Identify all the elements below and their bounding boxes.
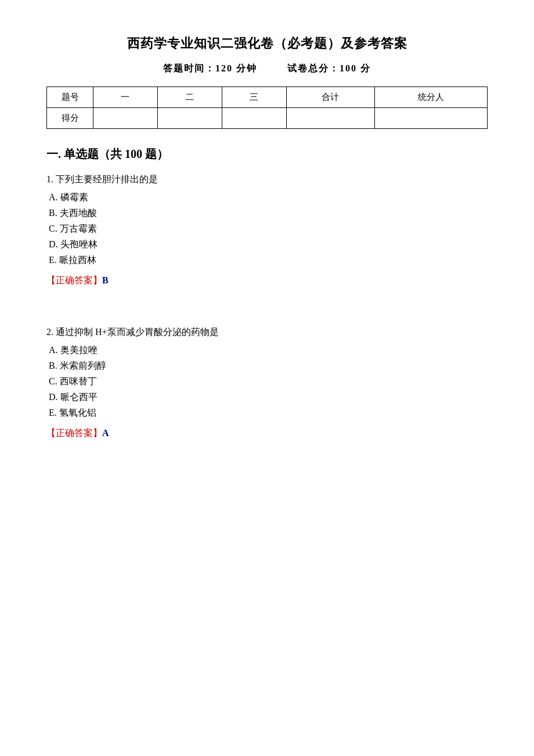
question-1-option-c: C. 万古霉素 (49, 223, 488, 235)
question-1-option-a: A. 磷霉素 (49, 192, 488, 204)
question-1-number: 1. (46, 174, 53, 184)
question-2-content: 通过抑制 H+泵而减少胃酸分泌的药物是 (56, 327, 219, 337)
score-cell-1 (93, 108, 158, 129)
question-2-option-c: C. 西咪替丁 (49, 376, 488, 388)
question-1-answer: 【正确答案】B (46, 275, 488, 287)
score-cell-grader (374, 108, 487, 129)
question-2-option-a: A. 奥美拉唑 (49, 344, 488, 357)
score-cell-total (286, 108, 374, 129)
question-1-answer-label: 【正确答案】B (46, 275, 109, 285)
question-1-option-b: B. 夫西地酸 (49, 207, 488, 219)
page-title: 西药学专业知识二强化卷（必考题）及参考答案 (46, 35, 488, 52)
question-2-answer: 【正确答案】A (46, 427, 488, 440)
question-1-content: 下列主要经胆汁排出的是 (56, 174, 158, 184)
table-header-5: 统分人 (374, 87, 487, 108)
total-score-label: 试卷总分：100 分 (287, 63, 371, 73)
score-table: 题号 一 二 三 合计 统分人 得分 (46, 87, 488, 129)
section-title: 一. 单选题（共 100 题） (46, 146, 488, 162)
question-1: 1. 下列主要经胆汁排出的是 A. 磷霉素 B. 夫西地酸 C. 万古霉素 D.… (46, 174, 488, 287)
exam-info: 答题时间：120 分钟 试卷总分：100 分 (46, 63, 488, 75)
question-2-text: 2. 通过抑制 H+泵而减少胃酸分泌的药物是 (46, 326, 488, 339)
question-2-answer-label: 【正确答案】A (46, 428, 109, 438)
table-header-1: 一 (93, 87, 158, 108)
score-row-label: 得分 (47, 108, 93, 129)
question-2-option-e: E. 氢氧化铝 (49, 407, 488, 419)
table-header-0: 题号 (47, 87, 93, 108)
question-2-option-d: D. 哌仑西平 (49, 391, 488, 404)
score-cell-2 (157, 108, 222, 129)
question-1-text: 1. 下列主要经胆汁排出的是 (46, 174, 488, 186)
table-header-3: 三 (222, 87, 286, 108)
question-2-number: 2. (46, 327, 53, 337)
table-header-2: 二 (157, 87, 222, 108)
question-1-option-d: D. 头孢唑林 (49, 239, 488, 251)
score-cell-3 (222, 108, 286, 129)
question-2-option-b: B. 米索前列醇 (49, 360, 488, 372)
question-1-option-e: E. 哌拉西林 (49, 254, 488, 267)
table-header-4: 合计 (286, 87, 374, 108)
question-2: 2. 通过抑制 H+泵而减少胃酸分泌的药物是 A. 奥美拉唑 B. 米索前列醇 … (46, 326, 488, 440)
exam-time-label: 答题时间：120 分钟 (163, 63, 257, 73)
